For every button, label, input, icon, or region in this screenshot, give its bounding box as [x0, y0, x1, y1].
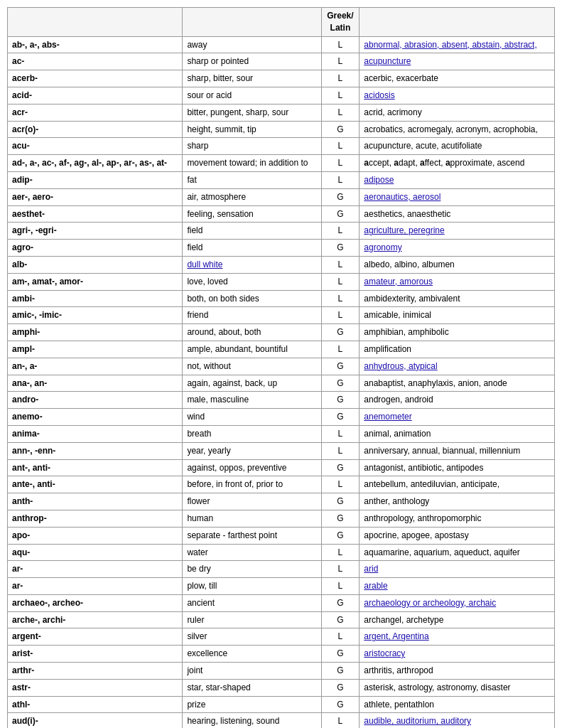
cell-meaning: joint [183, 663, 321, 680]
table-row: arist-excellenceGaristocracy [8, 646, 555, 663]
cell-meaning: prize [183, 696, 321, 713]
cell-root: ampl- [8, 341, 183, 358]
cell-root: acu- [8, 138, 183, 155]
cell-derived: arid [360, 561, 555, 578]
cell-greek-latin: L [321, 171, 360, 188]
table-row: aer-, aero-air, atmosphereGaeronautics, … [8, 188, 555, 205]
cell-derived: aquamarine, aquarium, aqueduct, aquifer [360, 544, 555, 561]
cell-meaning: sharp or pointed [183, 53, 321, 70]
table-row: an-, a-not, withoutGanhydrous, atypical [8, 358, 555, 375]
table-row: athl-prizeGathlete, pentathlon [8, 696, 555, 713]
cell-derived: asterisk, astrology, astronomy, disaster [360, 679, 555, 696]
cell-root: arist- [8, 646, 183, 663]
cell-greek-latin: G [321, 611, 360, 628]
cell-meaning: field [183, 223, 321, 240]
table-row: ana-, an-again, against, back, upGanabap… [8, 375, 555, 392]
cell-root: acid- [8, 87, 183, 104]
cell-derived: accept, adapt, affect, approximate, asce… [360, 155, 555, 172]
cell-derived: anther, anthology [360, 493, 555, 510]
header-derived [360, 8, 555, 37]
cell-derived: adipose [360, 171, 555, 188]
table-row: anth-flowerGanther, anthology [8, 493, 555, 510]
cell-derived: anthropology, anthropomorphic [360, 510, 555, 527]
cell-root: aer-, aero- [8, 188, 183, 205]
table-row: aqu-waterLaquamarine, aquarium, aqueduct… [8, 544, 555, 561]
cell-greek-latin: L [321, 36, 360, 53]
cell-greek-latin: G [321, 493, 360, 510]
cell-meaning: human [183, 510, 321, 527]
cell-derived: acrobatics, acromegaly, acronym, acropho… [360, 121, 555, 138]
table-row: acid-sour or acidLacidosis [8, 87, 555, 104]
cell-meaning: not, without [183, 358, 321, 375]
cell-derived: acrid, acrimony [360, 104, 555, 121]
cell-root: ab-, a-, abs- [8, 36, 183, 53]
cell-greek-latin: L [321, 256, 360, 273]
cell-meaning: excellence [183, 646, 321, 663]
cell-meaning: sharp [183, 138, 321, 155]
cell-greek-latin: G [321, 188, 360, 205]
table-row: agro-fieldGagronomy [8, 240, 555, 257]
table-row: acu-sharpLacupuncture, acute, acutifolia… [8, 138, 555, 155]
cell-meaning: field [183, 240, 321, 257]
cell-greek-latin: L [321, 578, 360, 595]
cell-derived: aesthetics, anaesthetic [360, 205, 555, 223]
cell-derived: albedo, albino, albumen [360, 256, 555, 273]
table-row: am-, amat-, amor-love, lovedLamateur, am… [8, 273, 555, 290]
cell-greek-latin: G [321, 459, 360, 476]
table-row: amic-, -imic-friendLamicable, inimical [8, 307, 555, 324]
cell-root: apo- [8, 527, 183, 544]
table-row: anthrop-humanGanthropology, anthropomorp… [8, 510, 555, 527]
table-row: acerb-sharp, bitter, sourLacerbic, exace… [8, 70, 555, 87]
cell-root: ana-, an- [8, 375, 183, 392]
cell-greek-latin: L [321, 442, 360, 459]
cell-meaning: separate - farthest point [183, 527, 321, 544]
table-row: ant-, anti-against, oppos, preventiveGan… [8, 459, 555, 476]
table-row: ac-sharp or pointedLacupuncture [8, 53, 555, 70]
cell-derived: acupuncture, acute, acutifoliate [360, 138, 555, 155]
cell-meaning: sour or acid [183, 87, 321, 104]
cell-meaning: star, star-shaped [183, 679, 321, 696]
table-row: acr(o)-height, summit, tipGacrobatics, a… [8, 121, 555, 138]
table-row: acr-bitter, pungent, sharp, sourLacrid, … [8, 104, 555, 121]
cell-derived: arable [360, 578, 555, 595]
cell-derived: archangel, archetype [360, 611, 555, 628]
cell-derived: agriculture, peregrine [360, 223, 555, 240]
cell-derived: audible, auditorium, auditory [360, 713, 555, 728]
cell-derived: abnormal, abrasion, absent, abstain, abs… [360, 36, 555, 53]
cell-derived: amphibian, amphibolic [360, 324, 555, 341]
cell-greek-latin: G [321, 409, 360, 426]
cell-derived: apocrine, apogee, apostasy [360, 527, 555, 544]
cell-root: agro- [8, 240, 183, 257]
cell-greek-latin: L [321, 476, 360, 493]
cell-root: ac- [8, 53, 183, 70]
cell-greek-latin: L [321, 87, 360, 104]
cell-greek-latin: L [321, 561, 360, 578]
cell-derived: amplification [360, 341, 555, 358]
cell-meaning: plow, till [183, 578, 321, 595]
cell-derived: acupuncture [360, 53, 555, 70]
table-row: agri-, -egri-fieldLagriculture, peregrin… [8, 223, 555, 240]
cell-greek-latin: G [321, 696, 360, 713]
cell-greek-latin: G [321, 594, 360, 611]
cell-root: acerb- [8, 70, 183, 87]
cell-meaning: water [183, 544, 321, 561]
etymology-table: Greek/Latin ab-, a-, abs-awayLabnormal, … [7, 7, 555, 728]
table-row: ab-, a-, abs-awayLabnormal, abrasion, ab… [8, 36, 555, 53]
cell-root: anthrop- [8, 510, 183, 527]
cell-meaning: wind [183, 409, 321, 426]
cell-greek-latin: L [321, 70, 360, 87]
cell-meaning: breath [183, 425, 321, 442]
cell-meaning: be dry [183, 561, 321, 578]
cell-derived: aristocracy [360, 646, 555, 663]
header-greek-latin: Greek/Latin [321, 8, 360, 37]
cell-meaning: ruler [183, 611, 321, 628]
cell-root: ar- [8, 561, 183, 578]
cell-meaning: dull white [183, 256, 321, 273]
cell-meaning: friend [183, 307, 321, 324]
cell-meaning: air, atmosphere [183, 188, 321, 205]
table-row: amphi-around, about, bothGamphibian, amp… [8, 324, 555, 341]
cell-root: ante-, anti- [8, 476, 183, 493]
cell-meaning: bitter, pungent, sharp, sour [183, 104, 321, 121]
table-row: ar-be dryLarid [8, 561, 555, 578]
cell-root: ann-, -enn- [8, 442, 183, 459]
